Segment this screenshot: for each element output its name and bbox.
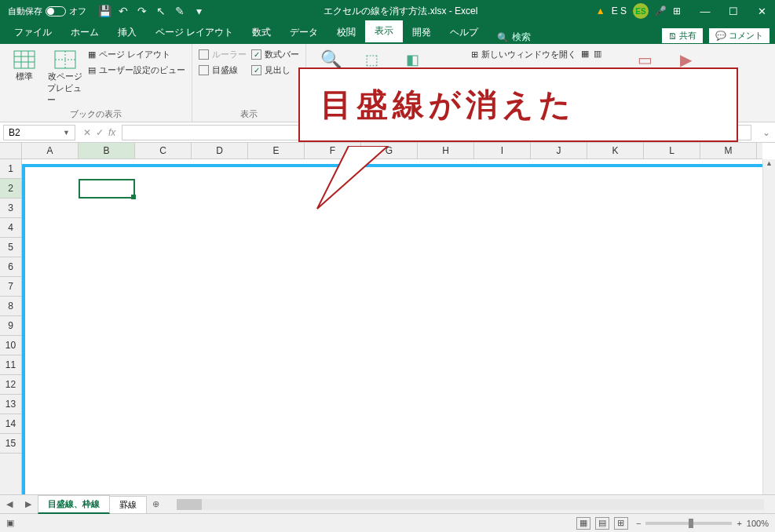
pagelayout-button[interactable]: ▦ ページ レイアウト — [88, 47, 185, 62]
sheet-nav-prev-icon[interactable]: ◀ — [0, 499, 19, 509]
normal-view-button[interactable]: 標準 — [6, 47, 42, 82]
horizontal-scrollbar[interactable] — [177, 499, 764, 510]
tab-layout[interactable]: ページ レイアウト — [146, 22, 243, 44]
window-title: エクセルの線を消す方法.xlsx - Excel — [206, 5, 596, 18]
tab-help[interactable]: ヘルプ — [441, 22, 488, 44]
row-header[interactable]: 6 — [0, 257, 21, 277]
formula-input[interactable] — [122, 125, 751, 140]
pagelayout-shortcut-icon[interactable]: ▤ — [595, 517, 609, 530]
warning-icon[interactable]: ▲ — [596, 5, 605, 16]
col-header[interactable]: M — [700, 143, 757, 159]
row-header[interactable]: 10 — [0, 336, 21, 355]
comment-button[interactable]: 💬 コメント — [708, 27, 770, 44]
col-header[interactable]: E — [248, 143, 305, 159]
name-box-dropdown-icon[interactable]: ▼ — [63, 129, 70, 137]
sheet-tab-1[interactable]: 目盛線、枠線 — [38, 495, 110, 514]
headings-checkbox[interactable]: ✓ 見出し — [251, 63, 299, 78]
tab-formula[interactable]: 数式 — [243, 22, 280, 44]
freeze-icon[interactable]: ▥ — [594, 47, 601, 60]
enter-icon[interactable]: ✓ — [96, 127, 104, 138]
col-header[interactable]: B — [79, 143, 135, 159]
share-button[interactable]: 🖻 共有 — [661, 27, 704, 44]
select-all-corner[interactable] — [0, 143, 22, 159]
tab-data[interactable]: データ — [280, 22, 327, 44]
user-avatar[interactable]: ES — [633, 3, 649, 19]
tab-review[interactable]: 校閲 — [327, 22, 365, 44]
arrange-icon[interactable]: ▦ — [581, 47, 589, 60]
record-macro-icon[interactable]: ▣ — [6, 518, 14, 528]
col-header[interactable]: L — [644, 143, 700, 159]
row-header[interactable]: 14 — [0, 414, 21, 434]
tab-file[interactable]: ファイル — [5, 22, 61, 44]
zoom-knob[interactable] — [689, 519, 693, 528]
row-header[interactable]: 15 — [0, 434, 21, 454]
row-header[interactable]: 11 — [0, 355, 21, 375]
selected-cell[interactable] — [79, 179, 135, 199]
row-header[interactable]: 5 — [0, 238, 21, 257]
switch-window-button[interactable]: ▭ — [627, 47, 663, 71]
add-sheet-icon[interactable]: ⊕ — [146, 499, 166, 509]
row-header[interactable]: 1 — [0, 159, 21, 179]
ribbon-options-icon[interactable]: ⊞ — [673, 5, 681, 16]
tab-dev[interactable]: 開発 — [403, 22, 441, 44]
row-header[interactable]: 4 — [0, 218, 21, 238]
custom-view-button[interactable]: ▤ ユーザー設定のビュー — [88, 63, 185, 78]
mic-icon[interactable]: 🎤 — [655, 5, 667, 16]
save-icon[interactable]: 💾 — [97, 4, 111, 18]
cancel-icon[interactable]: ✕ — [83, 127, 91, 138]
autosave-toggle[interactable]: 自動保存 オフ — [3, 5, 91, 18]
sheet-tab-2[interactable]: 罫線 — [109, 496, 147, 513]
col-header[interactable]: D — [192, 143, 248, 159]
minimize-button[interactable]: — — [695, 5, 715, 17]
name-box[interactable]: B2 ▼ — [3, 125, 75, 140]
zoom-value[interactable]: 100% — [747, 519, 769, 528]
col-header[interactable]: C — [135, 143, 192, 159]
vertical-scrollbar[interactable]: ▲ — [762, 159, 775, 494]
tab-view[interactable]: 表示 — [365, 20, 403, 44]
tab-insert[interactable]: 挿入 — [108, 22, 146, 44]
redo-icon[interactable]: ↷ — [135, 4, 149, 18]
cell-grid[interactable] — [22, 159, 762, 494]
row-header[interactable]: 12 — [0, 375, 21, 395]
tab-home[interactable]: ホーム — [61, 22, 108, 44]
col-header[interactable]: F — [305, 143, 361, 159]
gridlines-checkbox[interactable]: 目盛線 — [199, 63, 247, 78]
fx-icon[interactable]: fx — [108, 127, 115, 138]
hscroll-thumb[interactable] — [177, 499, 202, 510]
zoom-slider[interactable] — [645, 522, 732, 525]
close-button[interactable]: ✕ — [751, 5, 772, 17]
scroll-up-icon[interactable]: ▲ — [763, 159, 775, 172]
col-header[interactable]: K — [587, 143, 644, 159]
search-box[interactable]: 🔍 検索 — [497, 31, 531, 44]
col-header[interactable]: A — [22, 143, 79, 159]
row-header[interactable]: 8 — [0, 297, 21, 316]
ruler-checkbox[interactable]: ルーラー — [199, 47, 247, 62]
col-header[interactable]: H — [418, 143, 474, 159]
touch-icon[interactable]: ✎ — [173, 4, 187, 18]
new-window-button[interactable]: ⊞ 新しいウィンドウを開く — [471, 47, 576, 62]
sheet-nav-next-icon[interactable]: ▶ — [19, 499, 38, 509]
zoom-in-icon[interactable]: + — [737, 519, 741, 528]
normal-shortcut-icon[interactable]: ▦ — [576, 517, 590, 530]
row-header[interactable]: 9 — [0, 316, 21, 336]
col-header[interactable]: J — [531, 143, 587, 159]
undo-icon[interactable]: ↶ — [116, 4, 130, 18]
row-header[interactable]: 13 — [0, 395, 21, 414]
qat-more-icon[interactable]: ▾ — [192, 4, 206, 18]
macros-button[interactable]: ▶ — [667, 47, 704, 71]
col-header[interactable]: I — [474, 143, 531, 159]
row-header[interactable]: 7 — [0, 277, 21, 297]
pagebreak-shortcut-icon[interactable]: ⊞ — [614, 517, 628, 530]
pagebreak-preview-button[interactable]: 改ページ プレビュー — [47, 47, 83, 106]
col-header[interactable]: G — [361, 143, 418, 159]
zoom100-button[interactable]: ⬚ — [353, 47, 389, 71]
row-header[interactable]: 2 — [0, 179, 21, 199]
zoom-out-icon[interactable]: − — [636, 519, 641, 528]
zoom-button[interactable]: 🔍 — [313, 47, 349, 71]
maximize-button[interactable]: ☐ — [723, 5, 744, 17]
row-header[interactable]: 3 — [0, 199, 21, 218]
cursor-icon[interactable]: ↖ — [154, 4, 168, 18]
zoom-selection-button[interactable]: ◧ — [394, 47, 430, 71]
formula-expand-icon[interactable]: ⌄ — [758, 127, 775, 138]
formulabar-checkbox[interactable]: ✓ 数式バー — [251, 47, 299, 62]
